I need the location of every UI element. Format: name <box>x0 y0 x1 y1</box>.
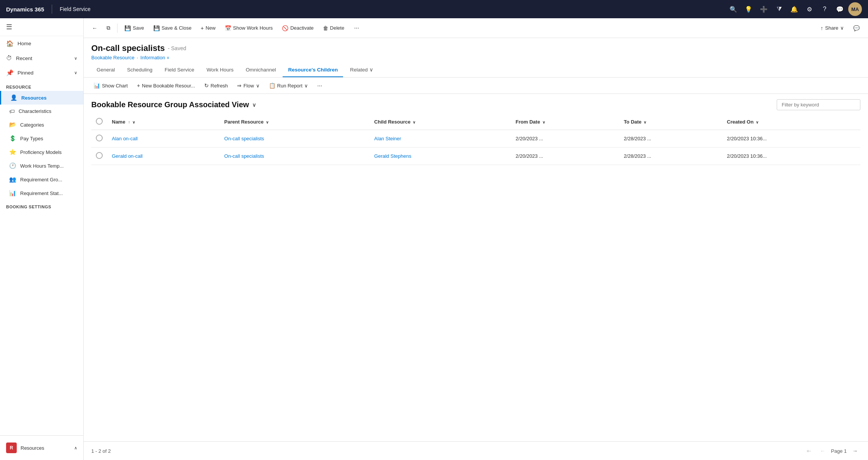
row-checkbox[interactable] <box>96 152 103 159</box>
tab-general[interactable]: General <box>91 63 120 77</box>
top-navigation: Dynamics 365 Field Service 🔍 💡 ➕ ⧩ 🔔 ⚙ ?… <box>0 0 868 18</box>
save-button[interactable]: 💾 Save <box>121 23 148 33</box>
deactivate-label: Deactivate <box>290 25 313 31</box>
characteristics-icon: 🏷 <box>9 108 15 114</box>
row-checkbox-cell[interactable] <box>91 148 107 165</box>
resources-icon: 👤 <box>10 94 17 101</box>
sidebar-item-resources[interactable]: 👤 Resources <box>0 91 83 105</box>
cell-child-resource[interactable]: Alan Steiner <box>370 130 511 148</box>
sidebar-item-requirement-gro[interactable]: 👥 Requirement Gro... <box>0 173 83 186</box>
col-header-to-date[interactable]: To Date ∨ <box>619 114 722 130</box>
show-work-hours-button[interactable]: 📅 Show Work Hours <box>221 23 277 33</box>
sidebar-footer-resources[interactable]: R Resources ∧ <box>0 439 83 457</box>
save-label: Save <box>133 25 144 31</box>
sidebar-item-work-hours-temp[interactable]: 🕐 Work Hours Temp... <box>0 159 83 173</box>
sidebar: ☰ 🏠 Home ⏱ Recent ∨ 📌 Pinned ∨ Resource … <box>0 18 84 460</box>
select-all-header[interactable] <box>91 114 107 130</box>
child-resource-chevron: ∨ <box>413 120 415 124</box>
sidebar-item-home[interactable]: 🏠 Home <box>0 36 83 51</box>
new-bookable-button[interactable]: + New Bookable Resour... <box>133 81 199 90</box>
tab-omnichannel[interactable]: Omnichannel <box>240 63 281 77</box>
prev-page-button[interactable]: ← <box>817 446 828 456</box>
user-avatar[interactable]: MA <box>848 2 862 16</box>
run-report-button[interactable]: 📋 Run Report ∨ <box>265 81 312 90</box>
tab-scheduling[interactable]: Scheduling <box>122 63 158 77</box>
delete-icon: 🗑 <box>323 25 328 31</box>
more-icon: ⋯ <box>354 25 359 31</box>
subbar-more-button[interactable]: ⋯ <box>313 81 326 90</box>
tab-related[interactable]: Related ∨ <box>345 63 378 77</box>
filter-icon[interactable]: ⧩ <box>772 2 786 16</box>
back-button[interactable]: ← <box>88 23 101 33</box>
deactivate-button[interactable]: 🚫 Deactivate <box>278 23 317 33</box>
created-on-chevron: ∨ <box>756 120 758 124</box>
sidebar-label-home: Home <box>17 41 31 46</box>
search-icon[interactable]: 🔍 <box>727 2 740 16</box>
run-report-label: Run Report <box>277 83 302 89</box>
popout-button[interactable]: ⧉ <box>103 22 114 33</box>
sidebar-label-requirement-gro: Requirement Gro... <box>20 177 62 182</box>
flow-icon: ⇒ <box>237 82 242 89</box>
new-label: New <box>206 25 216 31</box>
row-checkbox[interactable] <box>96 135 103 141</box>
chat-button[interactable]: 💬 <box>849 23 863 33</box>
sidebar-item-requirement-stat[interactable]: 📊 Requirement Stat... <box>0 186 83 200</box>
flow-chevron: ∨ <box>256 83 260 89</box>
cell-parent-resource[interactable]: On-call specialists <box>220 148 370 165</box>
cell-child-resource[interactable]: Gerald Stephens <box>370 148 511 165</box>
pagination: ⇤ ← Page 1 → <box>804 446 860 456</box>
plus-icon[interactable]: ➕ <box>757 2 771 16</box>
sidebar-item-pinned[interactable]: 📌 Pinned ∨ <box>0 65 83 80</box>
sidebar-item-categories[interactable]: 📂 Categories <box>0 118 83 132</box>
cell-from-date: 2/20/2023 ... <box>511 148 619 165</box>
row-checkbox-cell[interactable] <box>91 130 107 148</box>
brand-name[interactable]: Dynamics 365 <box>6 6 44 13</box>
lightbulb-icon[interactable]: 💡 <box>742 2 755 16</box>
help-icon[interactable]: ? <box>818 2 831 16</box>
more-options-button[interactable]: ⋯ <box>350 23 363 33</box>
delete-button[interactable]: 🗑 Delete <box>319 23 348 33</box>
sidebar-item-recent[interactable]: ⏱ Recent ∨ <box>0 51 83 65</box>
breadcrumb-bookable-resource[interactable]: Bookable Resource <box>91 55 134 60</box>
sidebar-label-resources: Resources <box>21 95 46 101</box>
sidebar-item-characteristics[interactable]: 🏷 Characteristics <box>0 105 83 118</box>
cell-created-on: 2/20/2023 10:36... <box>722 148 860 165</box>
hamburger-menu[interactable]: ☰ <box>0 18 83 36</box>
col-header-name[interactable]: Name ↑ ∨ <box>107 114 220 130</box>
cell-name[interactable]: Gerald on-call <box>107 148 220 165</box>
filter-input[interactable] <box>777 99 860 110</box>
save-close-button[interactable]: 💾 Save & Close <box>149 23 196 33</box>
settings-icon[interactable]: ⚙ <box>803 2 816 16</box>
cell-name[interactable]: Alan on-call <box>107 130 220 148</box>
cell-to-date: 2/28/2023 ... <box>619 148 722 165</box>
bell-icon[interactable]: 🔔 <box>787 2 801 16</box>
tab-field-service[interactable]: Field Service <box>159 63 200 77</box>
col-header-child-resource[interactable]: Child Resource ∨ <box>370 114 511 130</box>
col-header-from-date[interactable]: From Date ∨ <box>511 114 619 130</box>
cell-parent-resource[interactable]: On-call specialists <box>220 130 370 148</box>
sidebar-label-characteristics: Characteristics <box>19 108 51 114</box>
tab-resources-children[interactable]: Resource's Children <box>283 63 343 77</box>
run-report-chevron: ∨ <box>304 83 308 89</box>
footer-label: Resources <box>21 445 44 451</box>
share-button[interactable]: ↑ Share ∨ <box>817 23 848 33</box>
sidebar-item-pay-types[interactable]: 💲 Pay Types <box>0 132 83 145</box>
chat-icon: 💬 <box>853 25 860 31</box>
select-all-checkbox[interactable] <box>96 118 103 125</box>
table-footer: 1 - 2 of 2 ⇤ ← Page 1 → <box>84 441 868 460</box>
col-header-created-on[interactable]: Created On ∨ <box>722 114 860 130</box>
cell-created-on: 2/20/2023 10:36... <box>722 130 860 148</box>
flow-button[interactable]: ⇒ Flow ∨ <box>233 81 263 90</box>
refresh-button[interactable]: ↻ Refresh <box>200 81 232 90</box>
pinned-chevron: ∨ <box>74 70 77 75</box>
first-page-button[interactable]: ⇤ <box>804 446 814 456</box>
breadcrumb-information[interactable]: Information ∨ <box>140 55 169 60</box>
col-header-parent-resource[interactable]: Parent Resource ∨ <box>220 114 370 130</box>
sidebar-item-proficiency-models[interactable]: ⭐ Proficiency Models <box>0 145 83 159</box>
view-title[interactable]: Bookable Resource Group Associated View … <box>91 100 256 109</box>
feedback-icon[interactable]: 💬 <box>833 2 847 16</box>
next-page-button[interactable]: → <box>850 446 860 456</box>
show-chart-button[interactable]: 📊 Show Chart <box>90 81 132 90</box>
new-button[interactable]: + New <box>197 23 219 33</box>
tab-work-hours[interactable]: Work Hours <box>201 63 239 77</box>
